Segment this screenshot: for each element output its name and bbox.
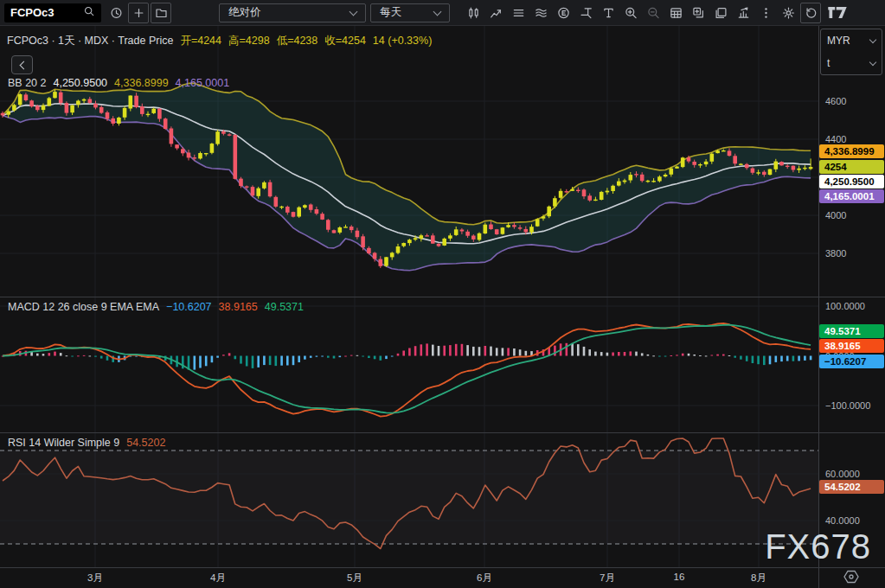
currency-dropdown[interactable]: MYR <box>821 29 882 52</box>
macd-label: MACD 12 26 close 9 EMA EMA <box>8 301 159 313</box>
table-view-icon[interactable] <box>665 3 686 23</box>
toolbar-tools <box>462 3 822 23</box>
unit-selector: MYR t <box>820 29 882 75</box>
price-label: 54.5202 <box>819 480 884 494</box>
tradingview-logo[interactable] <box>827 6 848 19</box>
ohlc-value: 收=4254 <box>324 35 366 47</box>
price-mode-label: 绝对价 <box>228 5 261 20</box>
rsi-legend[interactable]: RSI 14 Wilder Simple 954.5202 <box>8 437 165 449</box>
price-label: 49.5371 <box>819 324 884 338</box>
time-axis[interactable]: 3月4月5月6月7月168月 <box>0 568 885 588</box>
main-chart-canvas[interactable] <box>0 26 818 297</box>
price-label: 38.9165 <box>819 339 884 353</box>
currency-label: MYR <box>827 35 850 47</box>
axis-tick: 4600 <box>825 96 846 106</box>
time-axis-label: 5月 <box>347 572 362 585</box>
chart-app: FCPOc3 绝对价 每天 FCPOc <box>0 0 885 588</box>
time-axis-label: 3月 <box>87 572 103 585</box>
events-icon[interactable] <box>553 3 574 23</box>
legend-value: −10.6207 <box>166 301 211 313</box>
chevron-down-icon <box>350 7 358 16</box>
bollinger-legend[interactable]: BB 20 24,250.95004,336.89994,165.0001 <box>8 77 229 89</box>
axis-tick: 4000 <box>825 210 846 220</box>
price-axis[interactable]: MYR t 4600440040003800100.00000.0000−100… <box>819 26 885 567</box>
compare-layers-icon[interactable] <box>508 3 529 23</box>
symbol-search[interactable]: FCPOc3 <box>4 3 101 22</box>
chevron-left-icon <box>19 61 28 69</box>
chevron-down-icon <box>869 35 876 42</box>
legend-value: 38.9165 <box>219 301 258 313</box>
undo-icon[interactable] <box>800 3 821 23</box>
macd-canvas[interactable] <box>0 297 818 432</box>
popup-window-icon[interactable] <box>710 3 731 23</box>
legend-value: 54.5202 <box>126 437 165 449</box>
indicators-icon[interactable] <box>485 3 506 23</box>
zoom-out-icon[interactable] <box>643 3 664 23</box>
macd-legend[interactable]: MACD 12 26 close 9 EMA EMA−10.620738.916… <box>8 301 304 313</box>
price-label: 4254 <box>819 160 884 174</box>
pane-separator[interactable] <box>0 432 885 433</box>
pane-separator[interactable] <box>0 297 885 297</box>
price-label: 4,250.9500 <box>819 175 884 189</box>
rsi-canvas[interactable] <box>0 433 818 567</box>
axis-tick: 4400 <box>825 134 846 144</box>
more-options-icon[interactable] <box>755 3 776 23</box>
macd-pane[interactable] <box>0 297 818 432</box>
legend-value: 49.5371 <box>265 301 304 313</box>
price-mode-dropdown[interactable]: 绝对价 <box>219 3 366 22</box>
ohlc-value: 高=4298 <box>228 35 270 47</box>
rsi-label: RSI 14 Wilder Simple 9 <box>8 437 119 449</box>
axis-tick: 3800 <box>825 248 846 259</box>
unit-label: t <box>827 57 830 69</box>
top-toolbar: FCPOc3 绝对价 每天 <box>0 0 885 26</box>
collapse-pane-button[interactable] <box>11 55 33 74</box>
time-axis-label: 16 <box>674 572 685 582</box>
ohlc-value: 开=4244 <box>180 35 221 47</box>
overlay-waves-icon[interactable] <box>530 3 551 23</box>
axis-tick: 60.0000 <box>825 469 860 479</box>
interval-label: 每天 <box>380 5 401 20</box>
candlestick-style-icon[interactable] <box>463 3 484 23</box>
add-layout-icon[interactable] <box>688 3 709 23</box>
price-label: 4,165.0001 <box>819 189 884 203</box>
axis-tick: 40.0000 <box>825 515 860 526</box>
symbol-text: FCPOc3 <box>10 6 55 19</box>
export-chart-icon[interactable] <box>733 3 754 23</box>
legend-value: 4,336.8999 <box>114 77 169 89</box>
legend-title: FCPOc3 · 1天 · MDX · Trade Price <box>7 35 173 47</box>
main-legend: FCPOc3 · 1天 · MDX · Trade Price开=4244高=4… <box>7 34 432 48</box>
ohlc-value: 14 (+0.33%) <box>373 35 432 47</box>
add-compare-icon[interactable] <box>128 3 149 23</box>
axis-tick: 100.0000 <box>825 301 865 311</box>
unit-dropdown[interactable]: t <box>821 52 882 74</box>
interval-dropdown[interactable]: 每天 <box>370 3 450 22</box>
time-axis-label: 6月 <box>477 572 492 585</box>
time-axis-label: 4月 <box>210 572 226 585</box>
time-axis-label: 8月 <box>751 572 766 585</box>
legend-value: 4,250.9500 <box>53 77 107 89</box>
rsi-pane[interactable] <box>0 433 818 567</box>
price-label: −10.6207 <box>819 355 884 368</box>
bb-label: BB 20 2 <box>8 77 46 89</box>
zoom-in-icon[interactable] <box>620 3 641 23</box>
fx678-watermark: FX678 <box>765 527 871 566</box>
axis-settings-icon[interactable] <box>842 569 861 588</box>
chevron-down-icon <box>433 7 442 16</box>
settings-icon[interactable] <box>778 3 798 23</box>
ohlc-value: 低=4238 <box>277 35 318 47</box>
chevron-down-icon <box>869 58 876 65</box>
measure-icon[interactable] <box>575 3 596 23</box>
text-tool-icon[interactable] <box>598 3 619 23</box>
time-axis-label: 7月 <box>600 572 615 585</box>
clock-icon[interactable] <box>106 3 126 23</box>
open-layout-icon[interactable] <box>151 3 171 23</box>
price-label: 4,336.8999 <box>819 144 884 158</box>
legend-value: 4,165.0001 <box>176 77 230 89</box>
search-icon <box>83 5 95 20</box>
axis-tick: −100.0000 <box>825 400 870 411</box>
main-chart-pane[interactable] <box>0 26 818 297</box>
